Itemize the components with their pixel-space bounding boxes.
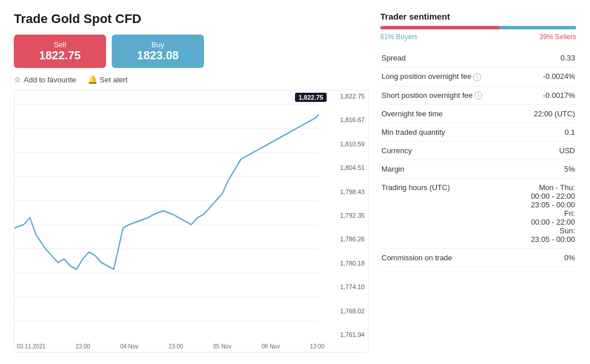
buy-button[interactable]: Buy 1823.08 (112, 35, 204, 68)
alert-label: Set alert (100, 75, 127, 84)
buy-price: 1823.08 (129, 49, 187, 62)
price-tick-2: 1,810.59 (328, 141, 367, 147)
price-tick-1: 1,816.67 (328, 116, 367, 123)
info-label-4: Min traded quantity (380, 123, 488, 142)
time-label-4: 05 Nov (213, 343, 232, 350)
info-row-6: Margin5% (380, 160, 576, 179)
info-value-1: -0.0024% (488, 67, 576, 86)
sell-label: Sell (31, 40, 89, 49)
info-row-8: Commission on trade0% (380, 249, 576, 267)
price-tick-0: 1,822.75 (328, 93, 367, 100)
price-tick-5: 1,792.35 (328, 212, 367, 219)
sentiment-bar (380, 26, 576, 29)
info-table: Spread0.33Long position overnight feei-0… (380, 49, 576, 267)
page-title: Trade Gold Spot CFD (14, 12, 369, 26)
time-label-5: 08 Nov (262, 343, 280, 350)
price-tick-7: 1,780.18 (328, 260, 367, 267)
time-label-3: 23:00 (169, 343, 183, 350)
info-row-4: Min traded quantity0.1 (380, 123, 576, 142)
info-label-2: Short position overnight feei (380, 86, 488, 105)
price-tick-10: 1,761.94 (328, 331, 367, 338)
add-to-favourite-link[interactable]: ☆ Add to favourite (14, 75, 76, 84)
info-value-8: 0% (488, 249, 576, 267)
info-label-8: Commission on trade (380, 249, 488, 267)
action-links: ☆ Add to favourite 🔔 Set alert (14, 75, 369, 84)
favourite-label: Add to favourite (24, 75, 76, 84)
info-label-6: Margin (380, 160, 488, 179)
info-label-5: Currency (380, 142, 488, 160)
info-label-7: Trading hours (UTC) (380, 179, 488, 249)
sell-price: 1822.75 (31, 49, 89, 62)
bell-icon: 🔔 (88, 75, 97, 84)
info-label-1: Long position overnight feei (380, 67, 488, 86)
sentiment-labels: 61% Buyers 39% Sellers (380, 33, 576, 41)
info-row-0: Spread0.33 (380, 49, 576, 67)
info-icon-1: i (473, 73, 481, 81)
info-row-2: Short position overnight feei-0.0017% (380, 86, 576, 105)
sentiment-sellers-bar (500, 26, 576, 29)
price-tick-9: 1,768.02 (328, 308, 367, 314)
current-price-badge: 1,822.75 (295, 93, 327, 102)
info-value-3: 22:00 (UTC) (488, 105, 576, 123)
info-value-0: 0.33 (488, 49, 576, 67)
sell-button[interactable]: Sell 1822.75 (14, 35, 106, 68)
time-label-1: 22:00 (75, 343, 90, 350)
sentiment-buyers-bar (380, 26, 500, 29)
price-axis: 1,822.75 1,816.67 1,810.59 1,804.51 1,79… (327, 90, 368, 340)
price-chart: 1,822.75 1,816.67 1,810.59 1,804.51 1,79… (14, 90, 369, 352)
time-label-2: 04 Nov (120, 343, 139, 350)
chart-svg (14, 90, 368, 352)
info-label-3: Overnight fee time (380, 105, 488, 123)
info-label-0: Spread (380, 49, 488, 67)
info-row-5: CurrencyUSD (380, 142, 576, 160)
time-label-0: 03.11.2021 (17, 343, 46, 350)
time-label-6: 13:00 (310, 343, 324, 350)
info-value-7: Mon - Thu: 00:00 - 22:00 23:05 - 00:00 F… (488, 179, 576, 249)
info-row-1: Long position overnight feei-0.0024% (380, 67, 576, 86)
star-icon: ☆ (14, 75, 21, 84)
time-axis: 03.11.2021 22:00 04 Nov 23:00 05 Nov 08 … (14, 340, 327, 352)
price-tick-4: 1,798.43 (328, 188, 367, 195)
buyers-label: 61% Buyers (380, 33, 418, 41)
price-tick-8: 1,774.10 (328, 283, 367, 290)
trader-sentiment-title: Trader sentiment (380, 12, 576, 21)
sellers-label: 39% Sellers (539, 33, 576, 41)
set-alert-link[interactable]: 🔔 Set alert (88, 75, 127, 84)
price-tick-6: 1,786.26 (328, 236, 367, 242)
info-icon-2: i (474, 92, 482, 100)
info-row-3: Overnight fee time22:00 (UTC) (380, 105, 576, 123)
info-row-7: Trading hours (UTC)Mon - Thu: 00:00 - 22… (380, 179, 576, 249)
info-value-5: USD (488, 142, 576, 160)
price-tick-3: 1,804.51 (328, 164, 367, 171)
buy-label: Buy (129, 40, 187, 49)
info-value-6: 5% (488, 160, 576, 179)
info-value-4: 0.1 (488, 123, 576, 142)
info-value-2: -0.0017% (488, 86, 576, 105)
trade-buttons: Sell 1822.75 Buy 1823.08 (14, 35, 369, 68)
